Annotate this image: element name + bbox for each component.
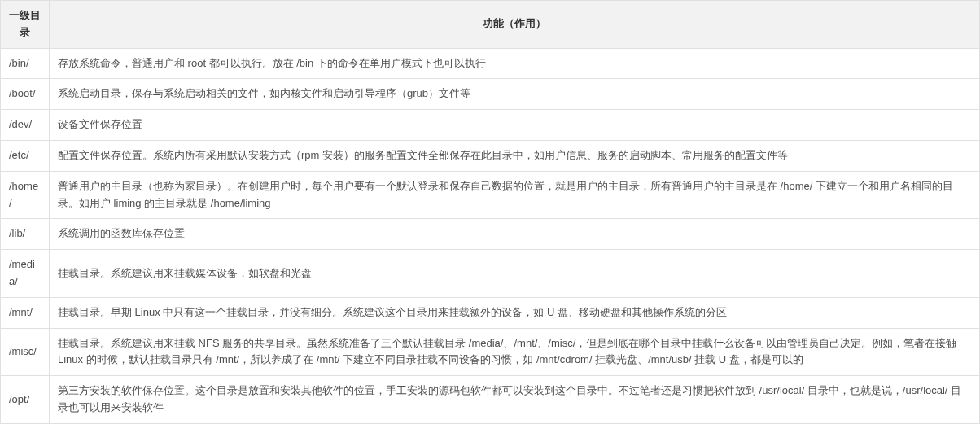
table-row: /mnt/挂载目录。早期 Linux 中只有这一个挂载目录，并没有细分。系统建议… xyxy=(1,297,980,328)
dir-cell: /boot/ xyxy=(1,79,50,110)
table-row: /etc/配置文件保存位置。系统内所有采用默认安装方式（rpm 安装）的服务配置… xyxy=(1,140,980,171)
desc-cell: 设备文件保存位置 xyxy=(50,110,980,141)
desc-cell: 配置文件保存位置。系统内所有采用默认安装方式（rpm 安装）的服务配置文件全部保… xyxy=(50,140,980,171)
desc-cell: 系统启动目录，保存与系统启动相关的文件，如内核文件和启动引导程序（grub）文件… xyxy=(50,79,980,110)
table-row: /dev/设备文件保存位置 xyxy=(1,110,980,141)
table-body: /bin/存放系统命令，普通用户和 root 都可以执行。放在 /bin 下的命… xyxy=(1,48,980,424)
dir-cell: /media/ xyxy=(1,250,50,298)
desc-cell: 系统调用的函数库保存位置 xyxy=(50,219,980,250)
table-row: /misc/挂载目录。系统建议用来挂载 NFS 服务的共享目录。虽然系统准备了三… xyxy=(1,328,980,376)
dir-cell: /lib/ xyxy=(1,219,50,250)
table-row: /media/挂载目录。系统建议用来挂载媒体设备，如软盘和光盘 xyxy=(1,250,980,298)
header-col-dir: 一级目录 xyxy=(1,1,50,49)
desc-cell: 第三方安装的软件保存位置。这个目录是放置和安装其他软件的位置，手工安装的源码包软… xyxy=(50,376,980,424)
table-row: /home/普通用户的主目录（也称为家目录）。在创建用户时，每个用户要有一个默认… xyxy=(1,171,980,219)
dir-cell: /mnt/ xyxy=(1,297,50,328)
header-col-desc: 功能（作用） xyxy=(50,1,980,49)
dir-cell: /etc/ xyxy=(1,140,50,171)
table-row: /opt/第三方安装的软件保存位置。这个目录是放置和安装其他软件的位置，手工安装… xyxy=(1,376,980,424)
desc-cell: 挂载目录。系统建议用来挂载 NFS 服务的共享目录。虽然系统准备了三个默认挂载目… xyxy=(50,328,980,376)
dir-cell: /dev/ xyxy=(1,110,50,141)
table-header-row: 一级目录 功能（作用） xyxy=(1,1,980,49)
dir-cell: /home/ xyxy=(1,171,50,219)
dir-cell: /misc/ xyxy=(1,328,50,376)
dir-cell: /opt/ xyxy=(1,376,50,424)
desc-cell: 挂载目录。系统建议用来挂载媒体设备，如软盘和光盘 xyxy=(50,250,980,298)
dir-cell: /bin/ xyxy=(1,48,50,79)
linux-directory-table: 一级目录 功能（作用） /bin/存放系统命令，普通用户和 root 都可以执行… xyxy=(0,0,980,424)
table-row: /lib/系统调用的函数库保存位置 xyxy=(1,219,980,250)
desc-cell: 挂载目录。早期 Linux 中只有这一个挂载目录，并没有细分。系统建议这个目录用… xyxy=(50,297,980,328)
table-row: /bin/存放系统命令，普通用户和 root 都可以执行。放在 /bin 下的命… xyxy=(1,48,980,79)
desc-cell: 存放系统命令，普通用户和 root 都可以执行。放在 /bin 下的命令在单用户… xyxy=(50,48,980,79)
desc-cell: 普通用户的主目录（也称为家目录）。在创建用户时，每个用户要有一个默认登录和保存自… xyxy=(50,171,980,219)
table-row: /boot/系统启动目录，保存与系统启动相关的文件，如内核文件和启动引导程序（g… xyxy=(1,79,980,110)
